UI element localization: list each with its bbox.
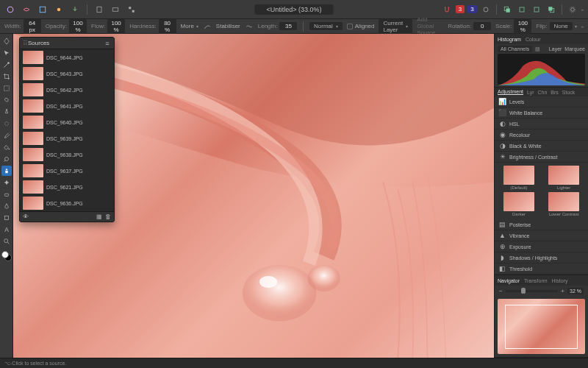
shape-tool[interactable] [1,213,12,223]
arrange-front-icon[interactable] [501,4,513,15]
arrange-icon[interactable] [126,4,137,15]
preset-thumbnail[interactable] [503,166,534,185]
add-global-source-button[interactable]: Add Global Source [417,16,443,36]
source-item[interactable]: DSC_9644.JPG [20,49,114,66]
clone-brush-tool[interactable] [1,166,12,176]
overflow-icon[interactable]: » [581,7,584,12]
adjustment-white-balance[interactable]: ⬛White Balance [495,107,588,118]
color-swatch[interactable] [1,251,12,261]
liquify-persona-icon[interactable] [21,4,32,15]
foreground-color-swatch[interactable] [1,251,9,258]
export-persona-icon[interactable] [69,4,81,15]
delete-source-icon[interactable]: 🗑 [105,213,111,220]
assistant-icon[interactable] [480,4,492,15]
adjustment-levels[interactable]: 📊Levels [495,96,588,107]
prefs-icon[interactable] [567,4,578,15]
selection-brush-tool[interactable] [1,118,12,129]
tab-histogram[interactable]: Histogram [498,37,521,42]
photo-persona-icon[interactable] [4,4,16,15]
zoom-slider[interactable] [506,290,559,292]
zoom-in-icon[interactable]: + [561,288,564,294]
arrange-backward-icon[interactable] [531,4,542,15]
scale-field[interactable]: Scale:100 % [495,19,531,34]
assistant-badge[interactable]: 3 [467,5,476,13]
opacity-field[interactable]: Opacity:100 % [46,19,87,34]
adjustment-shadows-highlights[interactable]: ◗Shadows / Highlights [495,252,588,263]
arrange-back-icon[interactable] [545,4,557,15]
document-icon[interactable] [93,4,105,15]
source-item[interactable]: DSC_9621.JPG [20,179,114,195]
crop-tool[interactable] [1,71,12,82]
more-dropdown[interactable]: More▾ [181,23,198,29]
develop-persona-icon[interactable] [37,4,49,15]
tab-colour[interactable]: Colour [526,37,541,42]
layer-button[interactable]: Layer [549,46,562,52]
preset-thumbnail[interactable] [548,166,579,185]
tab-navigator[interactable]: Navigator [498,278,520,283]
overflow-icon[interactable]: » [581,24,584,29]
source-item[interactable]: DSC_9643.JPG [20,66,114,82]
color-picker-tool[interactable] [1,60,12,70]
source-item[interactable]: DSC_9636.JPG [20,195,114,211]
source-item[interactable]: DSC_9637.JPG [20,163,114,179]
flip-dropdown[interactable]: Flip:None▾ [536,22,576,30]
adjustment-black-white[interactable]: ◑Black & White [495,141,588,152]
zoom-value[interactable]: 32 % [567,288,584,294]
adj-tab-brs[interactable]: Brs [551,90,559,95]
brush-settings-icon[interactable] [203,21,212,32]
selection-tool[interactable] [1,83,12,93]
adjustment-hsl[interactable]: ◐HSL [495,118,588,130]
live-badge[interactable]: 3 [456,5,465,13]
canvas[interactable]: ⠿ Sources ≡ DSC_9644.JPGDSC_9643.JPGDSC_… [13,34,494,358]
length-field[interactable]: Length:35 [258,22,298,30]
view-tool[interactable] [1,36,12,46]
adjustment-exposure[interactable]: ⊕Exposure [495,241,588,252]
source-dropdown[interactable]: Current Layer▾ [379,19,412,34]
marquee-button[interactable]: Marquee [564,46,585,52]
sources-panel[interactable]: ⠿ Sources ≡ DSC_9644.JPGDSC_9643.JPGDSC_… [19,37,115,222]
sources-panel-header[interactable]: ⠿ Sources ≡ [20,38,114,49]
source-item[interactable]: DSC_9641.JPG [20,98,114,114]
snapping-icon[interactable] [441,4,453,15]
zoom-tool[interactable] [1,236,12,247]
adjustment-vibrance[interactable]: ▲Vibrance [495,230,588,241]
dodge-tool[interactable] [1,154,12,164]
channels-dropdown[interactable]: All Channels [498,46,532,52]
histogram-mode-icon[interactable]: ▨ [535,46,540,52]
adjustment-brightness-contrast[interactable]: ☀Brightness / Contrast [495,152,588,163]
hardness-field[interactable]: Hardness:80 % [129,19,176,34]
adjustment-posterise[interactable]: ▤Posterise [495,219,588,230]
document-title[interactable]: <Untitled> (33.0%) [254,4,333,15]
width-field[interactable]: Width:64 px [4,19,41,34]
adj-tab-adjustment[interactable]: Adjustment [498,89,523,95]
flow-field[interactable]: Flow:100 % [91,19,125,34]
flood-select-tool[interactable] [1,107,12,117]
zoom-out-icon[interactable]: − [499,288,503,294]
move-tool[interactable] [1,48,12,58]
healing-brush-tool[interactable] [1,177,12,188]
preset-thumbnail[interactable] [503,192,534,211]
arrange-forward-icon[interactable] [516,4,528,15]
adj-tab-chn[interactable]: Chn [538,90,548,95]
panel-drag-icon[interactable]: ⠿ [23,40,28,47]
preset-thumbnail[interactable] [548,192,579,211]
aligned-checkbox[interactable]: Aligned [347,23,375,29]
rotation-field[interactable]: Rotation:0 [448,22,491,30]
erase-tool[interactable] [1,189,12,199]
panel-menu-icon[interactable]: ≡ [104,40,111,47]
source-item[interactable]: DSC_9639.JPG [20,130,114,146]
navigator-viewport[interactable] [505,305,578,349]
fill-tool[interactable] [1,142,12,152]
adjustment-threshold[interactable]: ◧Threshold [495,263,588,275]
source-item[interactable]: DSC_9640.JPG [20,114,114,130]
visibility-icon[interactable]: 👁 [23,213,29,220]
tone-map-persona-icon[interactable] [53,4,65,15]
text-tool[interactable]: A [1,224,12,235]
adj-tab-lyr[interactable]: Lyr [527,90,534,95]
navigator-preview[interactable] [498,299,585,354]
paint-brush-tool[interactable] [1,130,12,141]
stabiliser-toggle[interactable]: Stabiliser [216,23,240,29]
pen-tool[interactable] [1,201,12,211]
source-item[interactable]: DSC_9642.JPG [20,82,114,98]
freehand-selection-tool[interactable] [1,95,12,105]
